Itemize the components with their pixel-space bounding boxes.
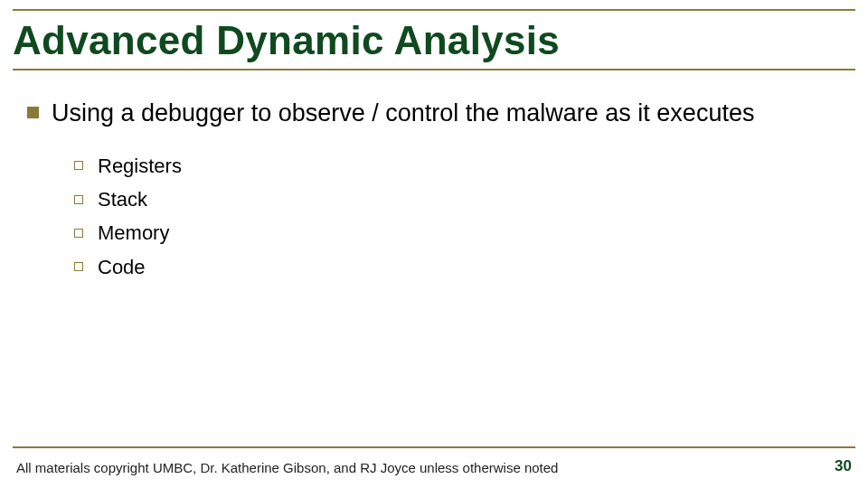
bullet-level2: Memory: [74, 216, 841, 249]
slide-title: Advanced Dynamic Analysis: [13, 18, 855, 70]
bullet-level1: Using a debugger to observe / control th…: [27, 98, 841, 129]
bullet-level2-text: Memory: [98, 216, 169, 249]
content-area: Using a debugger to observe / control th…: [27, 98, 841, 284]
footer-copyright: All materials copyright UMBC, Dr. Kather…: [16, 460, 558, 475]
bullet-level2: Registers: [74, 149, 841, 183]
hollow-square-bullet-icon: [74, 229, 83, 238]
page-number: 30: [835, 457, 852, 475]
square-bullet-icon: [27, 107, 39, 118]
bottom-divider: [13, 446, 855, 448]
bullet-level2-text: Code: [98, 250, 146, 284]
bullet-level2-text: Registers: [98, 149, 182, 183]
bullet-level1-text: Using a debugger to observe / control th…: [52, 98, 841, 129]
bullet-level2-text: Stack: [98, 183, 147, 216]
hollow-square-bullet-icon: [74, 161, 83, 170]
bullet-level2: Stack: [74, 183, 841, 216]
slide: Advanced Dynamic Analysis Using a debugg…: [0, 0, 868, 488]
top-divider: [13, 9, 855, 11]
hollow-square-bullet-icon: [74, 195, 83, 204]
sublist: Registers Stack Memory Code: [74, 149, 841, 285]
bullet-level2: Code: [74, 250, 841, 284]
hollow-square-bullet-icon: [74, 262, 83, 271]
